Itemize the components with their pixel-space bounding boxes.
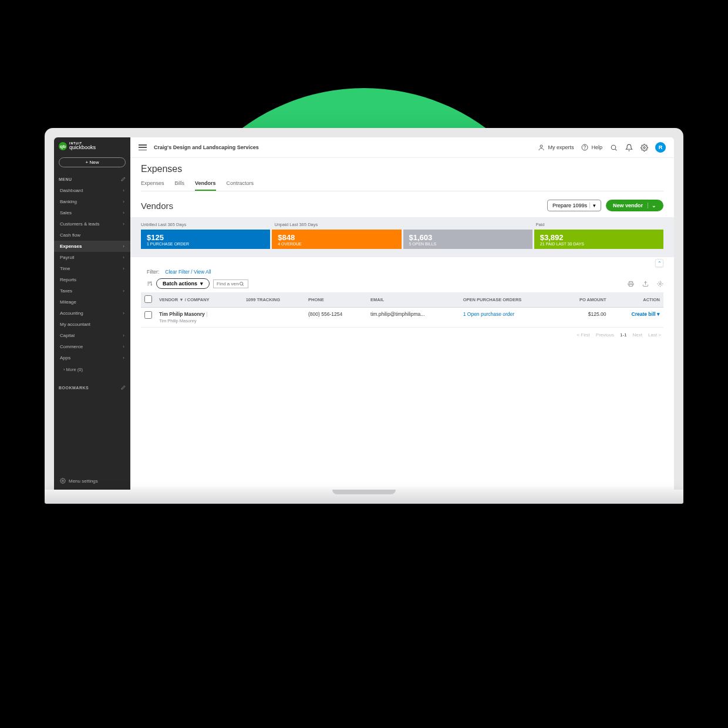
sidebar-item-reports[interactable]: Reports — [54, 274, 130, 285]
svg-rect-9 — [629, 281, 633, 283]
prepare-1099s-button[interactable]: Prepare 1099s ▾ — [547, 200, 601, 211]
help-link[interactable]: Help — [581, 143, 602, 151]
settings-icon[interactable] — [657, 281, 663, 287]
sidebar-item-label: Capital — [60, 333, 75, 338]
laptop-frame: qb INTUIT quickbooks + New MENU Dashboar… — [45, 128, 683, 504]
summary-sub: 5 OPEN BILLS — [409, 242, 527, 246]
svg-point-3 — [585, 149, 585, 149]
caret-down-icon: ▾ — [200, 281, 203, 287]
new-vendor-button[interactable]: New vendor ⌄ — [606, 200, 663, 211]
page-last[interactable]: Last > — [648, 332, 661, 338]
sidebar-item-customers-leads[interactable]: Customers & leads› — [54, 218, 130, 230]
sidebar-item-sales[interactable]: Sales› — [54, 207, 130, 218]
sidebar-item-dashboard[interactable]: Dashboard› — [54, 185, 130, 196]
search-icon — [239, 281, 244, 287]
summary-card-green[interactable]: $3,89221 PAID LAST 30 DAYS — [534, 230, 663, 249]
sidebar-item-expenses[interactable]: Expenses› — [54, 241, 130, 252]
search-input[interactable] — [217, 281, 239, 287]
bookmarks-edit-icon[interactable] — [121, 385, 126, 390]
summary-card-orange[interactable]: $8484 OVERDUE — [272, 230, 401, 249]
col-open-po[interactable]: OPEN PURCHASE ORDERS — [460, 292, 559, 308]
sidebar-more[interactable]: › More (0) — [54, 363, 130, 376]
page-next[interactable]: Next — [633, 332, 642, 338]
sidebar-item-label: Cash flow — [60, 232, 80, 238]
page-range: 1-1 — [620, 332, 627, 338]
sidebar-item-label: Payroll — [60, 255, 74, 260]
my-experts-link[interactable]: My experts — [537, 143, 574, 151]
brand-name: quickbooks — [69, 145, 96, 150]
tab-bills[interactable]: Bills — [175, 180, 185, 191]
company-name: Craig's Design and Landscaping Services — [154, 144, 259, 150]
sidebar-item-accounting[interactable]: Accounting› — [54, 308, 130, 319]
sidebar-item-taxes[interactable]: Taxes› — [54, 285, 130, 296]
summary-amount: $848 — [278, 233, 395, 242]
page-prev[interactable]: Previous — [596, 332, 614, 338]
sidebar-item-label: Dashboard — [60, 188, 83, 193]
create-bill-link[interactable]: Create bill ▾ — [632, 311, 660, 317]
cell-tracking — [242, 308, 305, 328]
main-content: Craig's Design and Landscaping Services … — [130, 137, 674, 490]
menu-edit-icon[interactable] — [121, 177, 126, 181]
summary-amount: $1,603 — [409, 233, 527, 242]
summary-card-gray[interactable]: $1,6035 OPEN BILLS — [403, 230, 532, 249]
bookmarks-heading: BOOKMARKS — [59, 386, 89, 390]
summary-sub: 4 OVERDUE — [278, 242, 395, 246]
tab-contractors[interactable]: Contractors — [227, 180, 254, 191]
search-icon[interactable] — [609, 143, 618, 151]
collapse-button[interactable]: ⌃ — [655, 259, 663, 267]
sort-icon[interactable] — [147, 281, 153, 287]
sidebar-item-apps[interactable]: Apps› — [54, 352, 130, 363]
col-vendor[interactable]: VENDOR ▼ / COMPANY — [156, 292, 242, 308]
sidebar-item-banking[interactable]: Banking› — [54, 196, 130, 207]
col-po-amount[interactable]: PO AMOUNT — [558, 292, 609, 308]
batch-actions-button[interactable]: Batch actions ▾ — [156, 278, 210, 289]
export-icon[interactable] — [642, 281, 649, 287]
open-po-link[interactable]: 1 Open purchase order — [463, 311, 514, 317]
search-input-wrap[interactable] — [213, 279, 248, 288]
hamburger-icon[interactable] — [139, 144, 147, 150]
sidebar-item-cash-flow[interactable]: Cash flow — [54, 230, 130, 241]
tab-vendors[interactable]: Vendors — [195, 180, 216, 191]
sidebar-item-time[interactable]: Time› — [54, 263, 130, 274]
svg-point-4 — [611, 145, 616, 150]
summary-card-blue[interactable]: $1251 PURCHASE ORDER — [141, 230, 270, 249]
svg-point-1 — [540, 145, 542, 147]
svg-point-6 — [643, 146, 645, 148]
sidebar-item-my-accountant[interactable]: My accountant — [54, 319, 130, 330]
summary-sub: 1 PURCHASE ORDER — [147, 242, 264, 246]
tabs: ExpensesBillsVendorsContractors — [141, 180, 663, 191]
sidebar-item-capital[interactable]: Capital› — [54, 330, 130, 341]
svg-rect-10 — [629, 284, 633, 286]
clear-filter-link[interactable]: Clear Filter / View All — [165, 269, 211, 275]
new-button[interactable]: + New — [59, 157, 126, 167]
sidebar-item-commerce[interactable]: Commerce› — [54, 341, 130, 352]
chevron-down-icon: ▾ — [589, 203, 596, 208]
gear-icon[interactable] — [640, 143, 648, 151]
sidebar-item-payroll[interactable]: Payroll› — [54, 252, 130, 263]
page-title: Expenses — [141, 164, 663, 174]
col-phone[interactable]: PHONE — [305, 292, 367, 308]
sidebar-item-label: Banking — [60, 199, 77, 204]
row-checkbox[interactable] — [144, 311, 152, 319]
col-email[interactable]: EMAIL — [367, 292, 460, 308]
section-title: Vendors — [141, 201, 173, 211]
vendor-company: Tim Philip Masonry — [159, 318, 239, 323]
print-icon[interactable] — [628, 281, 634, 287]
cell-phone: (800) 556-1254 — [305, 308, 367, 328]
page-first[interactable]: < First — [577, 332, 589, 338]
select-all-checkbox[interactable] — [144, 295, 152, 303]
person-icon — [537, 143, 545, 151]
cell-email: tim.philip@timphilipma... — [367, 308, 460, 328]
menu-settings-link[interactable]: Menu settings — [54, 472, 130, 490]
avatar[interactable]: R — [655, 142, 666, 153]
col-tracking[interactable]: 1099 TRACKING — [242, 292, 305, 308]
bell-icon[interactable] — [625, 143, 633, 151]
tab-expenses[interactable]: Expenses — [141, 180, 164, 191]
table-row[interactable]: Tim Philip Masonry |Tim Philip Masonry (… — [141, 308, 663, 328]
chevron-right-icon: › — [123, 344, 124, 349]
svg-line-5 — [615, 149, 616, 150]
chevron-right-icon: › — [123, 199, 124, 204]
filter-label: Filter: — [147, 269, 159, 275]
vendor-name[interactable]: Tim Philip Masonry | — [159, 311, 239, 317]
sidebar-item-mileage[interactable]: Mileage — [54, 296, 130, 308]
